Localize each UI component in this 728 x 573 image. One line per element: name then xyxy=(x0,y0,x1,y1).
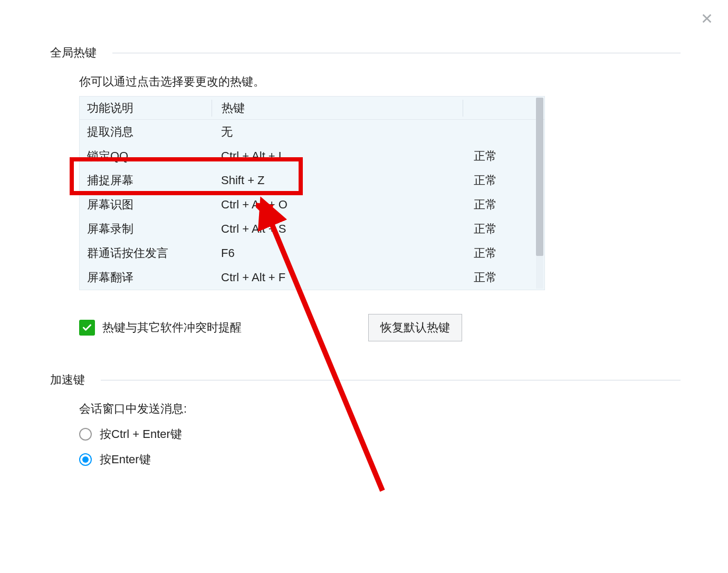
column-divider xyxy=(463,100,463,117)
row-function: 锁定QQ xyxy=(80,148,212,164)
hotkey-instruction: 你可以通过点击选择要更改的热键。 xyxy=(79,74,681,90)
column-hotkey-header: 热键 xyxy=(212,100,463,116)
accelerator-title: 加速键 xyxy=(50,372,85,388)
row-function: 提取消息 xyxy=(80,124,212,140)
row-status: 正常 xyxy=(462,245,544,261)
send-message-subtitle: 会话窗口中发送消息: xyxy=(79,401,681,417)
accelerator-header: 加速键 xyxy=(50,372,681,388)
radio-label: 按Enter键 xyxy=(100,452,151,467)
row-function: 屏幕识图 xyxy=(80,197,212,213)
check-icon xyxy=(82,322,92,333)
row-status: 正常 xyxy=(462,221,544,237)
row-status: 正常 xyxy=(462,270,544,285)
divider-line xyxy=(101,380,681,380)
row-status: 正常 xyxy=(462,197,544,213)
table-row[interactable]: 捕捉屏幕 Shift + Z 正常 xyxy=(80,168,544,193)
radio-button[interactable] xyxy=(79,428,92,441)
global-hotkeys-title: 全局热键 xyxy=(50,45,97,61)
row-function: 屏幕录制 xyxy=(80,221,212,237)
divider-line xyxy=(112,53,681,53)
row-hotkey: F6 xyxy=(212,246,462,260)
row-hotkey: Shift + Z xyxy=(212,174,462,187)
row-hotkey: Ctrl + Alt + F xyxy=(212,271,462,284)
row-hotkey: Ctrl + Alt + L xyxy=(212,149,462,163)
row-hotkey: Ctrl + Alt + O xyxy=(212,198,462,212)
row-status: 正常 xyxy=(462,148,544,164)
row-hotkey: Ctrl + Alt + S xyxy=(212,222,462,236)
row-hotkey: 无 xyxy=(212,124,462,140)
row-function: 群通话按住发言 xyxy=(80,245,212,261)
close-button[interactable] xyxy=(699,11,715,26)
row-function: 捕捉屏幕 xyxy=(80,173,212,188)
conflict-checkbox[interactable] xyxy=(79,320,95,336)
table-row[interactable]: 群通话按住发言 F6 正常 xyxy=(80,241,544,265)
table-row[interactable]: 屏幕翻译 Ctrl + Alt + F 正常 xyxy=(80,265,544,290)
global-hotkeys-header: 全局热键 xyxy=(50,45,681,61)
table-row[interactable]: 屏幕识图 Ctrl + Alt + O 正常 xyxy=(80,193,544,217)
restore-default-button[interactable]: 恢复默认热键 xyxy=(368,314,462,341)
conflict-checkbox-wrap[interactable]: 热键与其它软件冲突时提醒 xyxy=(79,320,242,336)
radio-option-enter[interactable]: 按Enter键 xyxy=(79,452,681,467)
radio-option-ctrl-enter[interactable]: 按Ctrl + Enter键 xyxy=(79,426,681,442)
table-row[interactable]: 屏幕录制 Ctrl + Alt + S 正常 xyxy=(80,217,544,241)
row-status: 正常 xyxy=(462,173,544,188)
hotkey-table: 功能说明 热键 提取消息 无 锁定QQ Ctrl + Alt + L 正常 捕捉… xyxy=(79,96,545,290)
table-row[interactable]: 提取消息 无 xyxy=(80,120,544,144)
row-function: 屏幕翻译 xyxy=(80,270,212,285)
close-icon xyxy=(701,13,713,24)
column-function-header: 功能说明 xyxy=(80,100,212,116)
radio-label: 按Ctrl + Enter键 xyxy=(100,426,182,442)
radio-button[interactable] xyxy=(79,453,92,466)
table-header: 功能说明 热键 xyxy=(80,97,544,120)
table-row[interactable]: 锁定QQ Ctrl + Alt + L 正常 xyxy=(80,144,544,168)
conflict-checkbox-label: 热键与其它软件冲突时提醒 xyxy=(102,320,242,336)
scrollbar-thumb[interactable] xyxy=(536,98,543,256)
